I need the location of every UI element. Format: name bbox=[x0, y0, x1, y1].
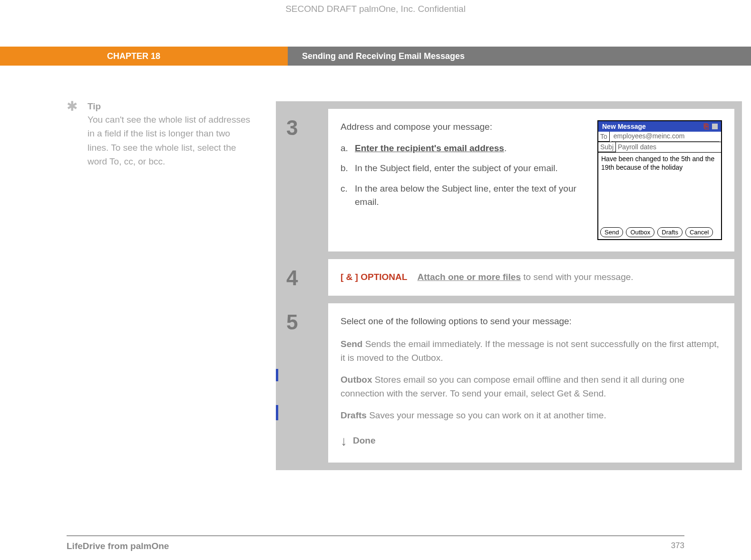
chapter-number: CHAPTER 18 bbox=[0, 47, 288, 66]
asterisk-icon: ✱ bbox=[67, 101, 88, 112]
palm-body-field[interactable]: Have been changed to the 5th and the 19t… bbox=[598, 153, 721, 215]
step5-opt-send-name: Send bbox=[341, 339, 362, 349]
palm-window-title: New Message bbox=[598, 121, 655, 132]
step-5: 5 Select one of the following options to… bbox=[276, 303, 734, 463]
chapter-title: Sending and Receiving Email Messages bbox=[288, 47, 751, 66]
palm-send-button[interactable]: Send bbox=[600, 227, 623, 238]
page-number: 373 bbox=[671, 541, 684, 551]
palm-screenshot: New Message ⎘ To employees@meinc.com bbox=[597, 120, 722, 240]
step5-intro: Select one of the following options to s… bbox=[341, 315, 722, 328]
step5-opt-drafts-desc: Saves your message so you can work on it… bbox=[367, 410, 606, 420]
step4-optional-label: OPTIONAL bbox=[361, 272, 407, 282]
palm-to-field[interactable]: employees@meinc.com bbox=[612, 131, 719, 142]
change-bar-icon bbox=[276, 405, 278, 420]
down-arrow-icon: ↓ bbox=[341, 431, 347, 451]
steps-panel: 3 Address and compose your message: a. E… bbox=[276, 101, 742, 470]
step3-intro: Address and compose your message: bbox=[341, 120, 585, 134]
sidebar-tip: ✱ Tip You can't see the whole list of ad… bbox=[67, 101, 276, 470]
step5-opt-outbox-name: Outbox bbox=[341, 375, 372, 385]
step-number-3: 3 bbox=[276, 109, 328, 251]
tip-body: You can't see the whole list of addresse… bbox=[88, 113, 252, 169]
step3-item-c-label: c. bbox=[341, 182, 355, 209]
change-bar-icon bbox=[276, 369, 278, 381]
step4-rest: to send with your message. bbox=[521, 272, 634, 282]
card-icon[interactable] bbox=[712, 123, 718, 130]
page-footer: LifeDrive from palmOne 373 bbox=[67, 535, 684, 551]
footer-product: LifeDrive from palmOne bbox=[67, 541, 169, 551]
confidential-header: SECOND DRAFT palmOne, Inc. Confidential bbox=[0, 0, 751, 18]
palm-drafts-button[interactable]: Drafts bbox=[657, 227, 683, 238]
step3-item-b-label: b. bbox=[341, 162, 355, 175]
step-number-4: 4 bbox=[276, 259, 328, 296]
palm-cancel-button[interactable]: Cancel bbox=[685, 227, 713, 238]
step3-item-c-text: In the area below the Subject line, ente… bbox=[355, 182, 585, 209]
step5-opt-outbox-desc: Stores email so you can compose email of… bbox=[341, 375, 684, 398]
palm-outbox-button[interactable]: Outbox bbox=[626, 227, 654, 238]
step3-item-b-text: In the Subject field, enter the subject … bbox=[355, 162, 585, 175]
tip-heading: Tip bbox=[88, 101, 101, 112]
palm-to-label[interactable]: To bbox=[598, 132, 610, 142]
step5-opt-send-desc: Sends the email immediately. If the mess… bbox=[341, 339, 719, 363]
palm-subj-field[interactable]: Payroll dates bbox=[616, 142, 721, 152]
step3-item-a-label: a. bbox=[341, 142, 355, 155]
step3-item-a-link[interactable]: Enter the recipient's email address bbox=[355, 143, 504, 153]
step3-item-a-suffix: . bbox=[504, 143, 507, 153]
paperclip-icon[interactable]: ⎘ bbox=[704, 121, 709, 132]
step5-opt-drafts-name: Drafts bbox=[341, 410, 367, 420]
step-4: 4 [ & ] OPTIONAL Attach one or more file… bbox=[276, 259, 734, 296]
done-label: Done bbox=[353, 434, 376, 448]
step4-link[interactable]: Attach one or more files bbox=[418, 272, 521, 282]
step-3: 3 Address and compose your message: a. E… bbox=[276, 109, 734, 251]
step-number-5: 5 bbox=[276, 303, 328, 463]
chapter-header-bar: CHAPTER 18 Sending and Receiving Email M… bbox=[0, 47, 751, 66]
step4-prefix: [ & ] bbox=[341, 272, 358, 282]
palm-subj-label[interactable]: Subj bbox=[598, 142, 616, 152]
